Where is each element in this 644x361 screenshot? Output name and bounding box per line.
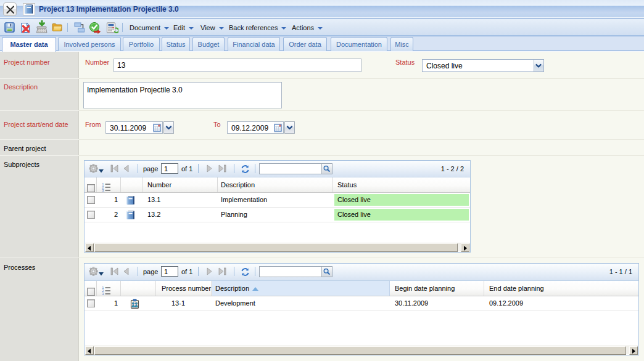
svg-text:3: 3 — [102, 292, 104, 295]
svg-text:3: 3 — [102, 189, 104, 192]
